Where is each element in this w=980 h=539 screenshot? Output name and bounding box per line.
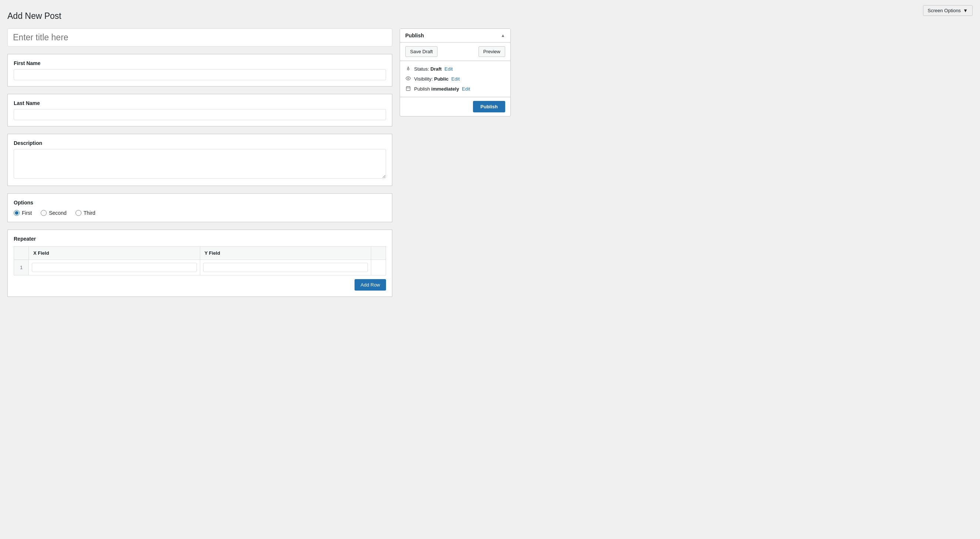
- publish-collapse-icon[interactable]: ▲: [501, 33, 505, 38]
- repeater-col-x: X Field: [29, 247, 200, 260]
- radio-first[interactable]: [14, 210, 20, 216]
- visibility-item: Visibility: Public Edit: [405, 74, 505, 84]
- radio-option-first[interactable]: First: [14, 210, 32, 216]
- first-name-section: First Name: [7, 54, 392, 87]
- screen-options-button[interactable]: Screen Options ▼: [923, 5, 973, 16]
- repeater-col-num: [14, 247, 29, 260]
- row-number: 1: [14, 260, 29, 276]
- repeater-col-y: Y Field: [200, 247, 371, 260]
- status-edit-link[interactable]: Edit: [444, 66, 453, 72]
- radio-option-second[interactable]: Second: [41, 210, 66, 216]
- top-bar: Screen Options ▼: [916, 0, 980, 21]
- description-textarea[interactable]: [14, 149, 386, 179]
- options-label: Options: [14, 200, 386, 206]
- first-name-input[interactable]: [14, 69, 386, 80]
- last-name-label: Last Name: [14, 100, 386, 106]
- publish-time-value: immediately: [431, 86, 459, 92]
- publish-box-header: Publish ▲: [400, 29, 511, 43]
- content-layout: First Name Last Name Description: [7, 29, 511, 297]
- publish-label: Publish: [414, 86, 430, 92]
- last-name-section: Last Name: [7, 94, 392, 127]
- first-name-field-group: First Name: [14, 60, 386, 80]
- visibility-edit-link[interactable]: Edit: [452, 76, 460, 82]
- post-title-input[interactable]: [7, 29, 392, 47]
- visibility-label: Visibility:: [414, 76, 433, 82]
- row-x-input[interactable]: [32, 263, 197, 272]
- repeater-label: Repeater: [14, 236, 386, 242]
- status-icon: [405, 66, 411, 72]
- page-title: Add New Post: [7, 11, 511, 21]
- save-draft-button[interactable]: Save Draft: [405, 46, 438, 57]
- repeater-header-row: X Field Y Field: [14, 247, 386, 260]
- publish-time-item: Publish immediately Edit: [405, 84, 505, 94]
- status-value: Draft: [430, 66, 442, 72]
- status-label: Status:: [414, 66, 429, 72]
- radio-second[interactable]: [41, 210, 47, 216]
- visibility-text: Visibility: Public Edit: [414, 76, 460, 82]
- status-item: Status: Draft Edit: [405, 64, 505, 74]
- visibility-icon: [405, 76, 411, 82]
- publish-time-icon: [405, 86, 411, 92]
- sidebar: Publish ▲ Save Draft Preview: [400, 29, 511, 116]
- publish-footer: Publish: [400, 97, 511, 116]
- radio-second-label: Second: [49, 210, 66, 216]
- main-content: First Name Last Name Description: [7, 29, 392, 297]
- last-name-field-group: Last Name: [14, 100, 386, 120]
- publish-box-actions: Save Draft Preview: [400, 43, 511, 61]
- options-section: Options First Second Third: [7, 193, 392, 222]
- table-row: 1: [14, 260, 386, 276]
- repeater-section: Repeater X Field Y Field 1: [7, 230, 392, 297]
- page-wrapper: Add New Post First Name Last Name: [0, 0, 518, 304]
- description-section: Description: [7, 134, 392, 186]
- screen-options-label: Screen Options: [928, 8, 961, 13]
- radio-first-label: First: [22, 210, 32, 216]
- publish-time-edit-link[interactable]: Edit: [462, 86, 470, 92]
- row-x-cell: [29, 260, 200, 276]
- add-row-button[interactable]: Add Row: [355, 279, 386, 290]
- publish-time-text: Publish immediately Edit: [414, 86, 470, 92]
- last-name-input[interactable]: [14, 109, 386, 120]
- repeater-table: X Field Y Field 1: [14, 246, 386, 276]
- publish-button[interactable]: Publish: [473, 101, 505, 113]
- radio-option-third[interactable]: Third: [75, 210, 95, 216]
- radio-third-label: Third: [84, 210, 95, 216]
- radio-third[interactable]: [75, 210, 81, 216]
- publish-box-title: Publish: [405, 33, 424, 38]
- svg-point-0: [407, 78, 409, 79]
- description-label: Description: [14, 140, 386, 146]
- svg-rect-1: [406, 87, 410, 90]
- screen-options-chevron: ▼: [963, 8, 968, 13]
- row-action-cell: [371, 260, 386, 276]
- preview-button[interactable]: Preview: [479, 46, 505, 57]
- repeater-col-actions: [371, 247, 386, 260]
- row-y-cell: [200, 260, 371, 276]
- publish-meta: Status: Draft Edit: [400, 61, 511, 97]
- radio-group: First Second Third: [14, 210, 386, 216]
- first-name-label: First Name: [14, 60, 386, 66]
- publish-box: Publish ▲ Save Draft Preview: [400, 29, 511, 116]
- repeater-footer: Add Row: [14, 276, 386, 290]
- description-field-group: Description: [14, 140, 386, 180]
- row-y-input[interactable]: [203, 263, 368, 272]
- status-text: Status: Draft Edit: [414, 66, 453, 72]
- visibility-value: Public: [434, 76, 449, 82]
